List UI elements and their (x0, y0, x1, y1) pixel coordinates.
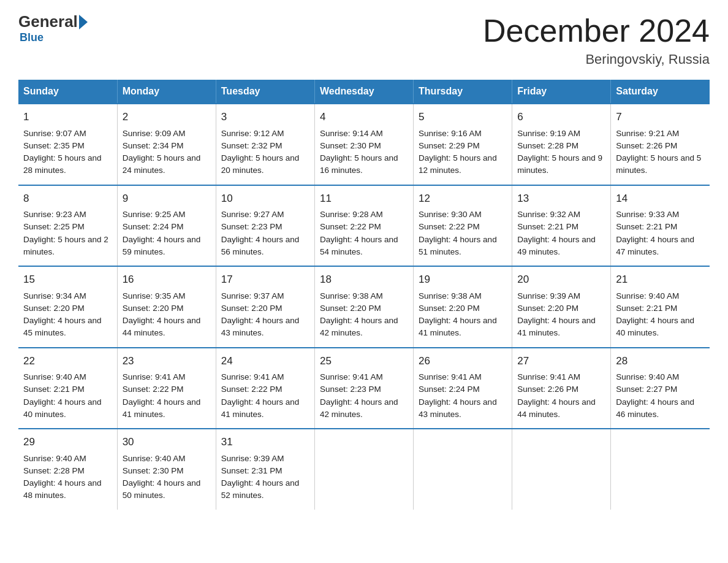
daylight-text: Daylight: 4 hours and 43 minutes. (419, 397, 497, 419)
sunrise-text: Sunrise: 9:34 AM (23, 291, 86, 301)
calendar-cell: 17Sunrise: 9:37 AMSunset: 2:20 PMDayligh… (216, 266, 314, 348)
sunrise-text: Sunrise: 9:16 AM (419, 129, 482, 138)
day-number: 30 (123, 434, 211, 450)
daylight-text: Daylight: 4 hours and 54 minutes. (320, 235, 398, 256)
day-number: 17 (221, 272, 309, 288)
calendar-cell: 12Sunrise: 9:30 AMSunset: 2:22 PMDayligh… (414, 185, 512, 267)
sunset-text: Sunset: 2:20 PM (320, 304, 381, 313)
title-block: December 2024 Beringovskiy, Russia (483, 12, 710, 67)
sunset-text: Sunset: 2:21 PM (616, 222, 677, 231)
daylight-text: Daylight: 4 hours and 40 minutes. (616, 316, 694, 337)
day-number: 9 (123, 191, 211, 207)
sunset-text: Sunset: 2:31 PM (221, 466, 282, 475)
daylight-text: Daylight: 4 hours and 41 minutes. (517, 316, 596, 337)
day-number: 20 (517, 272, 605, 288)
sunrise-text: Sunrise: 9:40 AM (123, 454, 186, 463)
daylight-text: Daylight: 4 hours and 44 minutes. (123, 316, 201, 337)
sunrise-text: Sunrise: 9:28 AM (320, 210, 383, 219)
sunset-text: Sunset: 2:20 PM (221, 304, 282, 313)
sunrise-text: Sunrise: 9:41 AM (123, 372, 186, 381)
sunrise-text: Sunrise: 9:41 AM (320, 372, 383, 381)
calendar-cell: 1Sunrise: 9:07 AMSunset: 2:35 PMDaylight… (18, 104, 117, 185)
sunrise-text: Sunrise: 9:19 AM (517, 129, 580, 138)
daylight-text: Daylight: 5 hours and 16 minutes. (320, 153, 398, 175)
calendar-cell (611, 429, 710, 510)
logo-arrow-icon (79, 15, 88, 29)
calendar-cell (314, 429, 413, 510)
day-number: 7 (616, 109, 705, 125)
calendar-cell: 7Sunrise: 9:21 AMSunset: 2:26 PMDaylight… (611, 104, 710, 185)
sunrise-text: Sunrise: 9:12 AM (221, 129, 284, 138)
calendar-week-row: 1Sunrise: 9:07 AMSunset: 2:35 PMDaylight… (18, 104, 710, 185)
sunset-text: Sunset: 2:23 PM (221, 222, 282, 231)
calendar-cell: 6Sunrise: 9:19 AMSunset: 2:28 PMDaylight… (512, 104, 611, 185)
sunrise-text: Sunrise: 9:41 AM (221, 372, 284, 381)
sunset-text: Sunset: 2:20 PM (517, 304, 578, 313)
sunset-text: Sunset: 2:21 PM (517, 222, 578, 231)
sunrise-text: Sunrise: 9:39 AM (517, 291, 580, 301)
day-number: 26 (419, 353, 507, 369)
calendar-week-row: 22Sunrise: 9:40 AMSunset: 2:21 PMDayligh… (18, 348, 710, 429)
calendar-cell: 31Sunrise: 9:39 AMSunset: 2:31 PMDayligh… (216, 429, 314, 510)
sunset-text: Sunset: 2:27 PM (616, 385, 677, 394)
sunrise-text: Sunrise: 9:39 AM (221, 454, 284, 463)
sunrise-text: Sunrise: 9:25 AM (123, 210, 186, 219)
day-number: 12 (419, 191, 507, 207)
page-title: December 2024 (483, 12, 710, 49)
day-number: 25 (320, 353, 408, 369)
calendar-cell: 14Sunrise: 9:33 AMSunset: 2:21 PMDayligh… (611, 185, 710, 267)
calendar-cell: 11Sunrise: 9:28 AMSunset: 2:22 PMDayligh… (314, 185, 413, 267)
sunrise-text: Sunrise: 9:14 AM (320, 129, 383, 138)
daylight-text: Daylight: 4 hours and 41 minutes. (123, 397, 201, 419)
sunset-text: Sunset: 2:25 PM (23, 222, 85, 231)
calendar-cell: 21Sunrise: 9:40 AMSunset: 2:21 PMDayligh… (611, 266, 710, 348)
sunset-text: Sunset: 2:21 PM (23, 385, 85, 394)
day-number: 14 (616, 191, 705, 207)
sunrise-text: Sunrise: 9:38 AM (419, 291, 482, 301)
day-number: 18 (320, 272, 408, 288)
day-number: 22 (23, 353, 112, 369)
daylight-text: Daylight: 5 hours and 28 minutes. (23, 153, 102, 175)
day-number: 28 (616, 353, 705, 369)
sunrise-text: Sunrise: 9:35 AM (123, 291, 186, 301)
daylight-text: Daylight: 4 hours and 51 minutes. (419, 235, 497, 256)
sunrise-text: Sunrise: 9:38 AM (320, 291, 383, 301)
calendar-table: SundayMondayTuesdayWednesdayThursdayFrid… (18, 80, 710, 510)
sunset-text: Sunset: 2:24 PM (123, 222, 184, 231)
sunrise-text: Sunrise: 9:40 AM (616, 372, 679, 381)
sunset-text: Sunset: 2:28 PM (23, 466, 85, 475)
calendar-cell: 3Sunrise: 9:12 AMSunset: 2:32 PMDaylight… (216, 104, 314, 185)
calendar-cell: 30Sunrise: 9:40 AMSunset: 2:30 PMDayligh… (117, 429, 216, 510)
calendar-week-row: 15Sunrise: 9:34 AMSunset: 2:20 PMDayligh… (18, 266, 710, 348)
sunrise-text: Sunrise: 9:41 AM (517, 372, 580, 381)
day-number: 3 (221, 109, 309, 125)
calendar-cell: 27Sunrise: 9:41 AMSunset: 2:26 PMDayligh… (512, 348, 611, 429)
day-number: 15 (23, 272, 112, 288)
sunset-text: Sunset: 2:22 PM (221, 385, 282, 394)
page-subtitle: Beringovskiy, Russia (483, 52, 710, 67)
day-number: 31 (221, 434, 309, 450)
calendar-header-row: SundayMondayTuesdayWednesdayThursdayFrid… (18, 80, 710, 104)
daylight-text: Daylight: 5 hours and 2 minutes. (23, 235, 108, 256)
sunrise-text: Sunrise: 9:40 AM (23, 372, 86, 381)
daylight-text: Daylight: 4 hours and 40 minutes. (23, 397, 102, 419)
logo-blue-text: Blue (20, 31, 44, 44)
day-number: 19 (419, 272, 507, 288)
sunset-text: Sunset: 2:29 PM (419, 141, 480, 150)
day-number: 27 (517, 353, 605, 369)
daylight-text: Daylight: 4 hours and 46 minutes. (616, 397, 694, 419)
calendar-cell: 25Sunrise: 9:41 AMSunset: 2:23 PMDayligh… (314, 348, 413, 429)
day-number: 16 (123, 272, 211, 288)
daylight-text: Daylight: 5 hours and 20 minutes. (221, 153, 300, 175)
calendar-cell: 18Sunrise: 9:38 AMSunset: 2:20 PMDayligh… (314, 266, 413, 348)
sunset-text: Sunset: 2:20 PM (23, 304, 85, 313)
calendar-cell: 4Sunrise: 9:14 AMSunset: 2:30 PMDaylight… (314, 104, 413, 185)
calendar-cell: 22Sunrise: 9:40 AMSunset: 2:21 PMDayligh… (18, 348, 117, 429)
daylight-text: Daylight: 5 hours and 12 minutes. (419, 153, 497, 175)
calendar-cell: 2Sunrise: 9:09 AMSunset: 2:34 PMDaylight… (117, 104, 216, 185)
daylight-text: Daylight: 4 hours and 47 minutes. (616, 235, 694, 256)
sunset-text: Sunset: 2:28 PM (517, 141, 578, 150)
sunset-text: Sunset: 2:21 PM (616, 304, 677, 313)
daylight-text: Daylight: 4 hours and 56 minutes. (221, 235, 300, 256)
daylight-text: Daylight: 5 hours and 24 minutes. (123, 153, 201, 175)
